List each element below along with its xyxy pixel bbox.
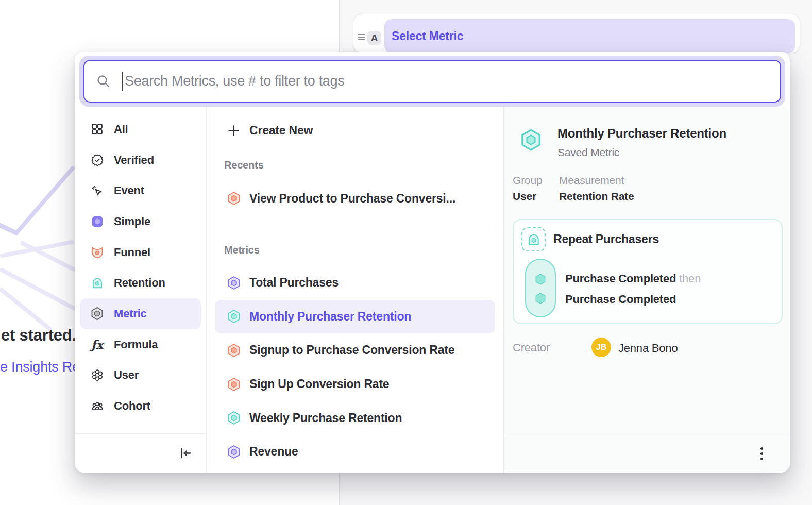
sidebar-item-simple[interactable]: Simple — [80, 206, 201, 237]
list-divider — [215, 224, 495, 224]
search-icon — [96, 74, 111, 89]
retention-step-2: Purchase Completed — [565, 293, 676, 306]
simple-metric-icon — [90, 214, 104, 228]
measurement-label: Measurement — [559, 174, 624, 187]
background-heading-fragment: et started. — [1, 326, 76, 345]
select-metric-button[interactable]: Select Metric — [384, 19, 795, 53]
sidebar-item-label: Retention — [114, 276, 165, 290]
sidebar-item-label: Cohort — [114, 399, 150, 413]
funnel-icon — [90, 245, 104, 259]
metric-row[interactable]: Weekly Purchase Retention — [215, 401, 495, 435]
search-focus-ring: Search Metrics, use # to filter to tags — [79, 56, 785, 107]
text-caret — [122, 72, 123, 91]
step-hexagon-icon — [534, 292, 547, 305]
metric-row[interactable]: Signup to Purchase Conversion Rate — [215, 333, 495, 367]
creator-label: Creator — [513, 341, 550, 355]
recent-metric-row[interactable]: View Product to Purchase Conversi... — [215, 182, 495, 215]
sidebar-item-label: Simple — [114, 215, 150, 228]
sidebar-item-funnel[interactable]: Funnel — [80, 237, 201, 268]
details-footer — [504, 433, 790, 473]
metric-row[interactable]: Sign Up Conversion Rate — [215, 367, 495, 401]
metric-toolbar: A Select Metric — [353, 14, 800, 53]
group-value: User — [513, 190, 536, 203]
metric-hexagon-icon — [227, 411, 241, 425]
step-hexagon-icon — [534, 273, 547, 286]
sidebar-item-cohort[interactable]: Cohort — [80, 391, 201, 422]
metric-row-label: Sign Up Conversion Rate — [249, 377, 389, 391]
sidebar-item-formula[interactable]: ƒx Formula — [80, 329, 201, 360]
step-connector: then — [679, 272, 701, 285]
retention-icon — [90, 276, 104, 290]
metric-definition-card: Repeat Purchasers Purchase Completed the… — [513, 219, 783, 324]
verified-badge-icon — [90, 153, 104, 167]
drag-handle-icon[interactable] — [358, 34, 365, 41]
funnel-metric-hexagon-icon — [227, 191, 241, 206]
metric-row-label: Revenue — [249, 445, 298, 459]
plus-icon — [227, 124, 241, 138]
sidebar-item-user[interactable]: User — [80, 360, 201, 391]
details-title: Monthly Purchaser Retention — [557, 126, 726, 141]
create-new-button[interactable]: Create New — [227, 117, 313, 144]
metric-hexagon-icon — [90, 307, 104, 321]
metric-details-panel: Monthly Purchaser Retention Saved Metric… — [504, 107, 790, 473]
saved-metric-drop-icon — [521, 227, 546, 251]
recents-header: Recents — [224, 159, 263, 171]
background-report-link-fragment[interactable]: e Insights Re — [0, 359, 80, 375]
metric-hexagon-icon — [227, 276, 241, 290]
metric-list-panel: Create New Recents View Product to Purch… — [207, 107, 504, 473]
metric-hexagon-icon — [227, 343, 241, 358]
cohort-icon — [90, 399, 104, 413]
metric-letter-badge: A — [367, 31, 381, 45]
retention-step-1: Purchase Completed then — [565, 272, 701, 285]
sidebar-item-retention[interactable]: Retention — [80, 267, 201, 298]
metric-row-label: Total Purchases — [249, 276, 339, 290]
sidebar-item-verified[interactable]: Verified — [80, 145, 201, 176]
sidebar-item-event[interactable]: Event — [80, 175, 201, 206]
formula-icon: ƒx — [90, 338, 104, 351]
sidebar-item-label: Metric — [114, 307, 147, 321]
search-input[interactable]: Search Metrics, use # to filter to tags — [83, 60, 781, 103]
measurement-value: Retention Rate — [559, 190, 634, 203]
definition-card-title: Repeat Purchasers — [553, 232, 659, 246]
grid-icon — [90, 122, 104, 136]
creator-name: Jenna Bono — [618, 342, 678, 355]
collapse-left-icon[interactable] — [179, 446, 193, 460]
metric-row-label: Signup to Purchase Conversion Rate — [249, 343, 454, 357]
chart-line — [15, 165, 76, 234]
creator-avatar: JB — [591, 338, 611, 357]
create-new-label: Create New — [249, 124, 313, 138]
select-metric-label: Select Metric — [392, 29, 463, 43]
sidebar-item-label: Formula — [114, 338, 158, 351]
sidebar-item-label: Verified — [114, 154, 154, 167]
filter-sidebar: All Verified — [75, 107, 207, 473]
sidebar-item-label: Funnel — [114, 246, 150, 259]
metrics-header: Metrics — [224, 244, 260, 256]
metric-row-selected[interactable]: Monthly Purchaser Retention — [215, 300, 495, 334]
metric-hexagon-icon — [227, 309, 241, 324]
sidebar-item-label: User — [114, 368, 139, 382]
sidebar-item-label: All — [114, 123, 128, 136]
metric-row[interactable]: Revenue — [215, 435, 495, 469]
metric-row-label: Monthly Purchaser Retention — [249, 310, 411, 324]
recent-metric-label: View Product to Purchase Conversi... — [249, 192, 455, 206]
retention-steps-capsule — [525, 259, 556, 317]
metric-row[interactable]: Total Purchases — [215, 266, 495, 300]
group-label: Group — [513, 174, 542, 187]
sidebar-item-label: Event — [114, 184, 144, 197]
metric-hexagon-icon — [519, 128, 543, 152]
metric-hexagon-icon — [227, 377, 241, 392]
metric-row-label: Weekly Purchase Retention — [249, 411, 402, 425]
metric-picker-modal: Search Metrics, use # to filter to tags … — [75, 52, 790, 473]
details-subtitle: Saved Metric — [557, 146, 619, 159]
more-options-icon[interactable] — [754, 445, 769, 462]
sidebar-footer — [75, 433, 206, 473]
sidebar-item-metric[interactable]: Metric — [80, 298, 201, 329]
user-icon — [90, 368, 104, 382]
search-placeholder: Search Metrics, use # to filter to tags — [125, 73, 344, 89]
sidebar-item-all[interactable]: All — [80, 114, 201, 145]
event-cursor-icon — [90, 184, 104, 198]
chart-line — [0, 267, 76, 311]
metric-hexagon-icon — [227, 445, 241, 459]
